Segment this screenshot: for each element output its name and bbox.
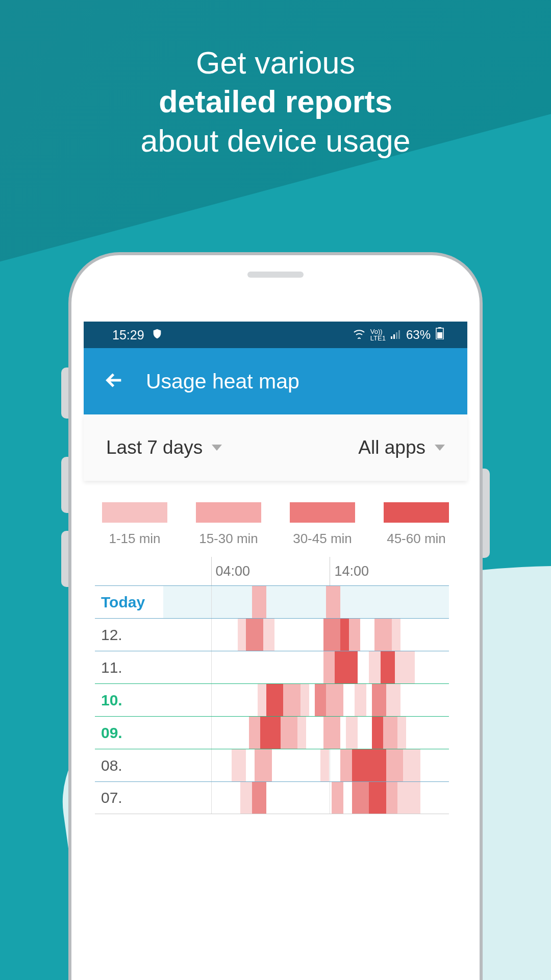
signal-icon — [391, 328, 401, 342]
heatmap-cell — [403, 749, 420, 781]
phone-speaker — [247, 272, 304, 278]
legend-swatch — [384, 502, 449, 523]
heatmap-row-cells — [163, 651, 449, 683]
legend-item: 45-60 min — [384, 502, 449, 547]
battery-label: 63% — [406, 328, 431, 342]
status-bar: 15:29 Vo))LTE1 63% — [84, 322, 467, 348]
time-tick: 04:00 — [211, 557, 251, 585]
filter-bar: Last 7 days All apps — [84, 414, 467, 481]
heatmap-cell — [386, 749, 404, 781]
heatmap-cell — [349, 619, 360, 651]
legend-item: 15-30 min — [196, 502, 261, 547]
heatmap-row-label: 10. — [95, 684, 163, 716]
heatmap-cell — [326, 684, 343, 716]
legend-swatch — [196, 502, 261, 523]
heatmap-cell — [372, 684, 386, 716]
heatmap-row-cells — [163, 717, 449, 749]
heatmap-cell — [238, 619, 246, 651]
heatmap-cell — [326, 586, 340, 618]
heatmap-cell — [381, 651, 395, 683]
heatmap-cell — [346, 717, 357, 749]
chevron-down-icon — [435, 445, 445, 451]
phone-frame: 15:29 Vo))LTE1 63% — [68, 252, 483, 980]
heatmap-row-label: 07. — [95, 782, 163, 814]
promo-heading: Get various detailed reports about devic… — [0, 0, 551, 160]
heatmap-cell — [340, 749, 352, 781]
svg-rect-2 — [396, 332, 397, 339]
heatmap-cell — [252, 586, 266, 618]
heatmap-row-cells — [163, 619, 449, 651]
legend-item: 1-15 min — [102, 502, 167, 547]
svg-rect-3 — [398, 330, 400, 339]
heatmap-cell — [255, 749, 272, 781]
svg-rect-6 — [437, 332, 442, 338]
heatmap-cell — [283, 684, 300, 716]
date-range-dropdown[interactable]: Last 7 days — [106, 437, 222, 458]
heatmap-time-header: 04:0014:00 — [163, 557, 449, 585]
promo-line1: Get various — [196, 45, 355, 80]
page-title: Usage heat map — [146, 370, 299, 394]
app-filter-dropdown[interactable]: All apps — [358, 437, 445, 458]
heatmap-cell — [397, 782, 420, 814]
status-time: 15:29 — [112, 328, 144, 342]
svg-rect-1 — [393, 334, 395, 339]
heatmap-cell — [386, 684, 400, 716]
legend-label: 15-30 min — [199, 531, 258, 547]
back-button[interactable] — [104, 370, 124, 393]
heatmap-cell — [352, 749, 386, 781]
heatmap-cell — [335, 651, 358, 683]
legend-swatch — [290, 502, 355, 523]
wifi-icon — [353, 328, 365, 342]
time-tick: 14:00 — [330, 557, 369, 585]
heatmap-cell — [232, 749, 246, 781]
heatmap-cell — [320, 749, 329, 781]
heatmap-row-label: 08. — [95, 749, 163, 781]
heatmap-legend: 1-15 min 15-30 min 30-45 min 45-60 min — [84, 481, 467, 557]
battery-icon — [436, 327, 444, 342]
date-range-value: Last 7 days — [106, 437, 203, 458]
heatmap-cell — [300, 684, 309, 716]
heatmap-cell — [281, 717, 298, 749]
heatmap-cell — [240, 782, 252, 814]
heatmap-row: 09. — [95, 716, 449, 749]
heatmap-row-cells — [163, 586, 449, 618]
heatmap-row: 12. — [95, 618, 449, 651]
heatmap-cell — [386, 782, 397, 814]
heatmap-cell — [374, 619, 392, 651]
heatmap-cell — [323, 651, 335, 683]
app-bar: Usage heat map — [84, 348, 467, 414]
heatmap-cell — [246, 619, 263, 651]
heatmap-cell — [315, 684, 326, 716]
heatmap-row-cells — [163, 782, 449, 814]
legend-label: 45-60 min — [387, 531, 446, 547]
heatmap-cell — [352, 782, 369, 814]
heatmap-row-label: 11. — [95, 651, 163, 683]
heatmap-cell — [263, 619, 274, 651]
heatmap-cell — [260, 717, 280, 749]
phone-screen: 15:29 Vo))LTE1 63% — [84, 322, 467, 980]
heatmap-row: 11. — [95, 651, 449, 683]
app-filter-value: All apps — [358, 437, 425, 458]
heatmap: 04:0014:00 Today12.11.10.09.08.07. — [84, 557, 467, 814]
legend-label: 1-15 min — [109, 531, 160, 547]
heatmap-row-label: 12. — [95, 619, 163, 651]
heatmap-cell — [392, 619, 400, 651]
heatmap-cell — [355, 684, 366, 716]
heatmap-cell — [395, 651, 415, 683]
heatmap-cell — [266, 684, 284, 716]
legend-swatch — [102, 502, 167, 523]
network-label: Vo))LTE1 — [370, 328, 386, 341]
heatmap-cell — [372, 717, 383, 749]
heatmap-row: Today — [95, 585, 449, 618]
legend-label: 30-45 min — [293, 531, 352, 547]
heatmap-cell — [369, 651, 380, 683]
legend-item: 30-45 min — [290, 502, 355, 547]
heatmap-cell — [258, 684, 266, 716]
heatmap-row-label: Today — [95, 586, 163, 618]
heatmap-cell — [332, 782, 343, 814]
heatmap-cell — [397, 717, 406, 749]
heatmap-cell — [323, 619, 341, 651]
shield-icon — [152, 328, 163, 342]
heatmap-row: 07. — [95, 781, 449, 814]
heatmap-row-cells — [163, 749, 449, 781]
